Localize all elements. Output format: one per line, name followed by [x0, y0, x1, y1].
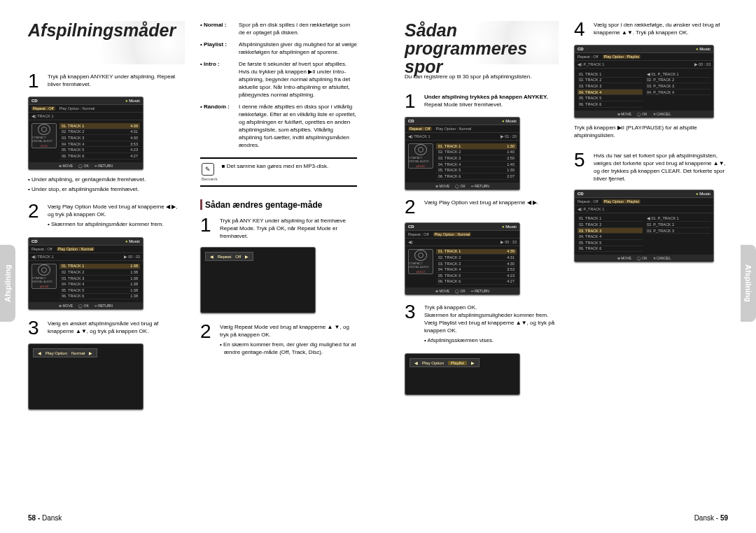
step-text: Vælg spor i den rækkefølge, du ønsker ve… [594, 21, 728, 38]
page-footer: 58 - Dansk [28, 514, 62, 522]
step-sub-bullet: Afspilningsskærmen vises. [424, 336, 559, 344]
step-3: 3 Vælg en ønsket afspilningsmåde ved bru… [28, 320, 185, 336]
step-text: Vælg Play Option ved brug af knapperne ◀… [424, 199, 559, 215]
step4-sub: Tryk på knappen ▶II (PLAY/PAUSE) for at … [574, 124, 728, 139]
step-sub-bullet: Skærmen for afspilningsmåder kommer frem… [48, 220, 185, 228]
def-desc: Afspilningslisten giver dig mulighed for… [239, 41, 357, 56]
step-text: Skærmen for afspilningsmuligheder kommer… [424, 312, 554, 334]
hdr-cd: CD [31, 99, 38, 103]
def-desc: De første ti sekunder af hvert spor afsp… [239, 60, 357, 99]
step-number: 2 [200, 323, 214, 358]
step-text: Tryk på knappen OK. [424, 304, 477, 311]
prog-step-3: 3 Tryk på knappen OK. Skærmen for afspil… [405, 304, 559, 346]
title-block: Afspilningsmåder [28, 21, 185, 64]
step-number: 1 [28, 73, 42, 90]
sub-title-repeat-mode: Sådan ændres gentage-måde [200, 199, 357, 210]
prog-step-5: 5 Hvis du har sat et forkert spor på afs… [574, 152, 728, 183]
step-number: 2 [405, 199, 419, 215]
page-footer: Dansk - 59 [694, 514, 728, 522]
screenshot-cd-play-option-hl: CD● Music Repeat : OffPlay Option : Norm… [405, 222, 520, 296]
step-number: 3 [405, 304, 419, 346]
step-text: Tryk på ANY KEY under afspilning for at … [220, 217, 357, 240]
cd-icon: COMPACT DIGITAL AUDIO01/12 [31, 123, 57, 148]
screenshot-repeat-off: ◀RepeatOff▶ [200, 247, 316, 313]
right-col-2: 4 Vælg spor i den rækkefølge, du ønsker … [574, 21, 728, 401]
step-text: Hvis du har sat et forkert spor på afspi… [594, 152, 728, 183]
title-block: Sådan programmeres spor [405, 21, 559, 64]
step-number: 5 [574, 152, 588, 183]
screenshot-playlist-3items: CD● Music Repeat : OffPlay Option : Play… [574, 190, 714, 263]
repeat-step-2: 2 Vælg Repeat Mode ved brug af knapperne… [200, 323, 357, 358]
note-box: ✎ Bemærk ■ Det samme kan gøres med en MP… [200, 157, 357, 187]
step-text: Vælg en ønsket afspilningsmåde ved brug … [48, 320, 185, 336]
play-option-indicator: Play Option : Normal [59, 106, 95, 111]
note-caption: Bemærk [202, 177, 218, 181]
page-58: Afspilning Afspilningsmåder 1 Tryk på kn… [0, 0, 378, 533]
step-sub-bullet: En skærm kommer frem, der giver dig muli… [220, 341, 357, 356]
screenshot-playlist-4items: CD● Music Repeat : OffPlay Option : Play… [574, 45, 714, 118]
screenshot-cd-playoption: CD● Music Repeat : OffPlay Option : Norm… [28, 237, 144, 311]
step-text: Repeat Mode bliver fremhævet. [424, 101, 503, 108]
def-term: • Playlist : [200, 41, 239, 56]
definition-list: • Normal :Spor på en disk spilles i den … [200, 21, 357, 149]
bullet-under-stop: Under stop, er afspilningsmåde fremhævet… [28, 185, 185, 193]
step-number: 4 [574, 21, 588, 38]
step-number: 3 [28, 320, 42, 336]
step-1: 1 Tryk på knappen ANYKEY under afspilnin… [28, 73, 185, 90]
page-59: Afspilning Sådan programmeres spor Du ka… [378, 0, 756, 533]
def-desc: I denne måde afspilles en disks spor i v… [239, 103, 357, 149]
screenshot-play-option-normal: ◀Play OptionNormal▶ [28, 343, 144, 410]
step-2: 2 Vælg Play Option Mode ved brug af knap… [28, 203, 185, 230]
side-tab-afspilning: Afspilning [741, 245, 756, 322]
step-text: Vælg Repeat Mode ved brug af knapperne ▲… [220, 324, 349, 338]
def-desc: Spor på en disk spilles i den rækkefølge… [239, 21, 357, 36]
repeat-step-1: 1 Tryk på ANY KEY under afspilning for a… [200, 217, 357, 240]
right-col-1: Sådan programmeres spor Du kan registrer… [405, 21, 559, 401]
note-text: Det samme kan gøres med en MP3-disk. [227, 163, 328, 169]
screenshot-cd-repeat-off: CD● Music Repeat : OffPlay Option : Norm… [28, 97, 144, 170]
page-title: Afspilningsmåder [28, 21, 185, 39]
left-col-2: • Normal :Spor på en disk spilles i den … [200, 21, 357, 415]
screenshot-play-option-playlist: ◀Play OptionPlaylist▶ [405, 353, 520, 395]
step-text-bold: Under afspilning trykkes på knappen ANYK… [424, 94, 548, 100]
prog-step-1: 1 Under afspilning trykkes på knappen AN… [405, 93, 559, 110]
track-indicator: ◀) TRACK 1 [31, 114, 54, 118]
def-term: • Normal : [200, 21, 239, 36]
left-col-1: Afspilningsmåder 1 Tryk på knappen ANYKE… [28, 21, 185, 415]
note-icon: ✎ [202, 163, 214, 176]
repeat-indicator: Repeat : Off [31, 106, 55, 111]
step-text: Vælg Play Option Mode ved brug af knappe… [48, 204, 177, 218]
def-term: • Random : [200, 103, 239, 149]
screenshot-cd-repeat-off-2: CD● Music Repeat : OffPlay Option : Norm… [405, 117, 520, 190]
bullet-under-afspilning: Under afspilning, er gentagemåde fremhæv… [28, 176, 185, 183]
step-number: 1 [200, 217, 214, 240]
side-tab-afspilning: Afspilning [0, 245, 15, 322]
cd-count: 01/12 [41, 144, 48, 148]
prog-step-2: 2 Vælg Play Option ved brug af knapperne… [405, 199, 559, 215]
step-number: 1 [405, 93, 419, 110]
step-text: Tryk på knappen ANYKEY under afspilning.… [48, 73, 185, 90]
hdr-music: Music [129, 99, 140, 103]
page-title: Sådan programmeres spor [405, 21, 559, 76]
track-list: 01. TRACK 14:39 02. TRACK 24:31 03. TRAC… [59, 123, 140, 159]
step-number: 2 [28, 203, 42, 230]
prog-step-4: 4 Vælg spor i den rækkefølge, du ønsker … [574, 21, 728, 38]
cd-label: COMPACT DIGITAL AUDIO [32, 136, 56, 143]
def-term: • Intro : [200, 60, 239, 99]
